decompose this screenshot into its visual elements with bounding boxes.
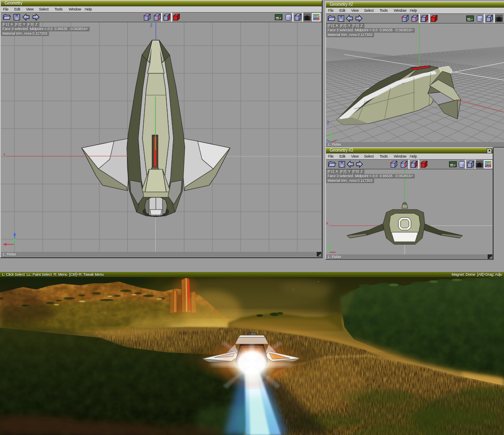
svg-text:X: X xyxy=(326,221,328,225)
svg-text:x: x xyxy=(3,152,5,156)
svg-text:2: 2 xyxy=(327,121,329,125)
svg-text:2: 2 xyxy=(150,23,152,28)
